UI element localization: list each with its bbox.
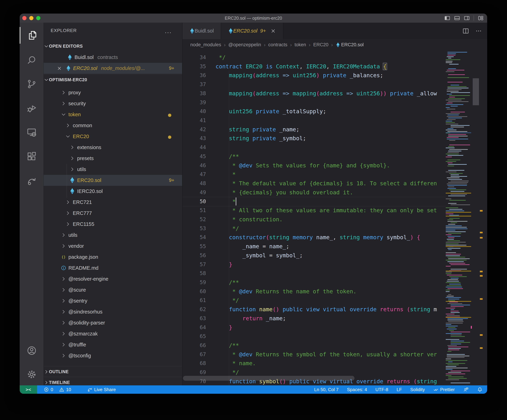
minimap-line <box>451 85 459 85</box>
tree-item--resolver-engine[interactable]: @resolver-engine <box>44 274 182 284</box>
minimap-line <box>447 296 454 296</box>
notifications-bell-icon[interactable] <box>477 387 483 392</box>
minimap-line <box>446 230 455 231</box>
tree-item-common[interactable]: common <box>44 120 182 131</box>
tree-item-package-json[interactable]: {}package.json <box>44 252 182 262</box>
project-header[interactable]: OPTIMISM-ERC20 <box>44 74 182 85</box>
tree-item--scure[interactable]: @scure <box>44 284 182 296</box>
tree-item-token[interactable]: token <box>44 109 182 120</box>
activity-bar-item-settings-gear[interactable] <box>20 366 43 383</box>
layout-customize-icon[interactable] <box>478 15 484 21</box>
breadcrumb-item[interactable]: @openzeppelin <box>228 42 261 48</box>
explorer-more-actions-icon[interactable]: ··· <box>165 29 172 36</box>
activity-bar-item-explorer[interactable] <box>20 27 44 44</box>
feedback-icon[interactable] <box>463 387 469 392</box>
open-editors-header[interactable]: OPEN EDITORS <box>44 41 182 52</box>
minimap-line <box>449 209 462 210</box>
breadcrumb-item[interactable]: node_modules <box>190 42 221 48</box>
indentation[interactable]: Spaces: 4 <box>347 387 367 392</box>
tree-item-utils[interactable]: utils <box>44 230 182 241</box>
code-line: */ <box>216 296 239 305</box>
language-mode[interactable]: Solidity <box>410 387 425 392</box>
activity-bar-item-run-debug[interactable] <box>20 100 43 117</box>
title-bar[interactable]: ERC20.sol — optimism-erc20 <box>20 14 487 23</box>
minimap-line <box>447 184 467 184</box>
line-number: 63 <box>183 314 206 323</box>
breadcrumb-separator-icon: › <box>331 42 333 48</box>
outline-header[interactable]: OUTLINE <box>44 366 182 377</box>
tree-item-erc20[interactable]: ERC20 <box>44 131 182 142</box>
tree-item--truffle[interactable]: @truffle <box>44 339 182 350</box>
layout-panel-icon[interactable] <box>454 15 460 21</box>
tree-item-erc777[interactable]: ERC777 <box>44 208 182 219</box>
tree-item-presets[interactable]: presets <box>44 153 182 164</box>
open-editor-item[interactable]: ERC20.solnode_modules/@...9+ <box>44 63 182 74</box>
breadcrumb-item[interactable]: ERC20.sol <box>341 42 364 48</box>
activity-bar-item-remote-explorer[interactable] <box>20 124 43 141</box>
activity-bar-item-extensions[interactable] <box>20 148 43 165</box>
tree-item--solidity-parser[interactable]: @solidity-parser <box>44 317 182 328</box>
tree-item-security[interactable]: security <box>44 98 182 109</box>
breadcrumb-separator-icon: › <box>224 42 225 48</box>
code-line: * @dev Returns the name of the token. <box>216 287 356 296</box>
activity-bar-item-search[interactable] <box>20 52 43 68</box>
split-editor-icon[interactable] <box>462 28 469 34</box>
minimap-line <box>447 357 465 358</box>
minimap-line <box>446 211 464 211</box>
breadcrumb-item[interactable]: ERC20 <box>313 42 328 48</box>
activity-bar-item-source-control[interactable] <box>20 76 43 92</box>
line-number: 35 <box>183 62 206 71</box>
editor-more-actions-icon[interactable] <box>475 28 482 34</box>
formatter-status[interactable]: Prettier <box>433 385 455 394</box>
tree-item-vendor[interactable]: vendor <box>44 241 182 252</box>
layout-sidebar-left-icon[interactable] <box>444 15 450 21</box>
horizontal-scrollbar-thumb[interactable] <box>183 376 354 381</box>
encoding[interactable]: UTF-8 <box>375 387 388 392</box>
minimap-line <box>448 74 465 75</box>
breadcrumb-item[interactable]: token <box>295 42 306 48</box>
text-cursor <box>236 198 236 206</box>
minimap-line <box>448 347 468 347</box>
scrollbar-thumb[interactable] <box>473 78 479 105</box>
layout-sidebar-right-icon[interactable] <box>464 15 470 21</box>
tree-item-utils[interactable]: utils <box>44 164 182 175</box>
tab-erc20-sol[interactable]: ERC20.sol9+ <box>221 23 283 39</box>
minimap[interactable] <box>446 50 471 385</box>
activity-bar-item-live-share[interactable] <box>20 172 43 189</box>
eol-sequence[interactable]: LF <box>397 387 402 392</box>
tree-item-label: proxy <box>68 90 81 96</box>
open-editor-item[interactable]: Buidl.solcontracts <box>44 52 182 63</box>
chevron-right-icon <box>44 380 49 385</box>
problems-status[interactable]: 0 10 <box>44 385 71 394</box>
tree-item-extensions[interactable]: extensions <box>44 142 182 153</box>
tree-item-erc721[interactable]: ERC721 <box>44 197 182 208</box>
tree-item-proxy[interactable]: proxy <box>44 87 182 98</box>
remote-indicator[interactable]: >< <box>20 385 37 394</box>
tree-item-readme-md[interactable]: README.md <box>44 262 182 274</box>
line-number: 37 <box>183 80 206 89</box>
tree-item-erc1155[interactable]: ERC1155 <box>44 219 182 230</box>
tree-item--tsconfig[interactable]: @tsconfig <box>44 350 182 361</box>
breadcrumb-item[interactable]: contracts <box>268 42 288 48</box>
cursor-position[interactable]: Ln 50, Col 7 <box>314 387 338 392</box>
tree-item--sentry[interactable]: @sentry <box>44 296 182 306</box>
live-share-status[interactable]: Live Share <box>87 385 116 394</box>
breadcrumb[interactable]: node_modules›@openzeppelin›contracts›tok… <box>183 39 487 50</box>
tree-item-label: ERC721 <box>73 200 92 205</box>
tab-buidl-sol[interactable]: Buidl.sol <box>183 23 221 39</box>
code-line: constructor(string memory name_, string … <box>216 233 420 242</box>
minimap-modified-line <box>446 193 471 193</box>
tree-item-ierc20-sol[interactable]: IERC20.sol <box>44 186 182 197</box>
tree-item--szmarczak[interactable]: @szmarczak <box>44 328 182 339</box>
tree-item-label: @resolver-engine <box>68 276 108 282</box>
close-icon[interactable] <box>57 66 62 71</box>
tree-item-erc20-sol[interactable]: ERC20.sol9+ <box>44 175 182 186</box>
minimap-line <box>446 254 461 255</box>
close-tab-icon[interactable] <box>270 28 276 34</box>
code-editor[interactable]: 34 */35contract ERC20 is Context, IERC20… <box>183 50 487 385</box>
minimap-modified-line <box>446 246 471 247</box>
minimap-line <box>451 306 464 307</box>
activity-bar-item-account[interactable] <box>20 342 43 359</box>
code-line: } <box>216 260 232 269</box>
tree-item--sindresorhus[interactable]: @sindresorhus <box>44 306 182 317</box>
